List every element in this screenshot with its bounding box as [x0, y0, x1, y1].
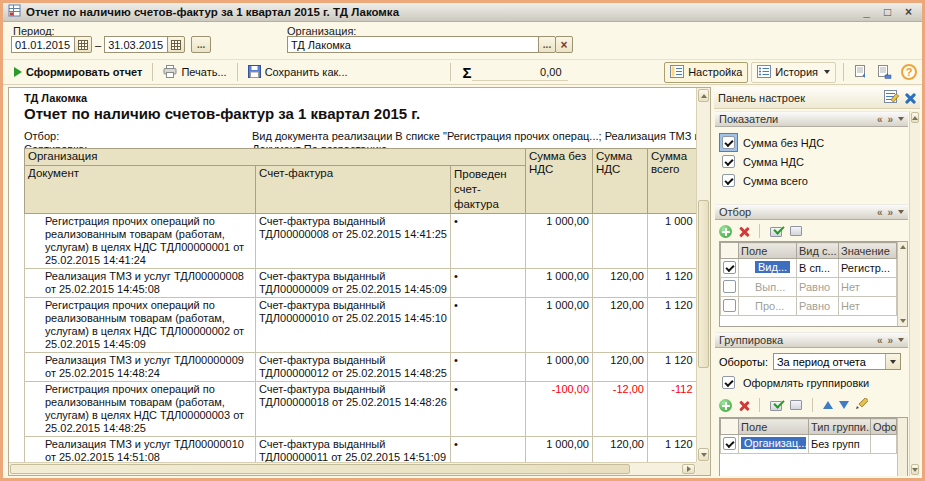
panel-properties-icon[interactable] [884, 89, 900, 107]
triangle-down-icon[interactable] [900, 319, 906, 323]
period-to-input[interactable]: 31.03.2015 [104, 36, 168, 53]
save-as-button[interactable]: Сохранить как... [242, 62, 354, 83]
period-options-button[interactable]: ... [191, 36, 211, 53]
checkbox-unchecked-icon[interactable] [723, 280, 736, 293]
print-button[interactable]: Печать... [157, 62, 232, 83]
table-row[interactable]: Регистрация прочих операций по реализова… [25, 382, 696, 437]
close-button[interactable]: × [900, 4, 917, 21]
titlebar[interactable]: Отчет по наличию счетов-фактур за 1 квар… [3, 3, 922, 22]
table-row[interactable]: Реализация ТМЗ и услуг ТДЛ00000009 от 25… [25, 353, 696, 382]
panel-close-icon[interactable] [904, 92, 916, 104]
move-up-icon[interactable] [823, 401, 833, 409]
collapse-icon[interactable]: « [877, 207, 883, 218]
cell-sum-total[interactable]: 1 120 [648, 269, 696, 298]
filter-condition-value[interactable]: Равно [797, 278, 839, 297]
report-org-line[interactable]: ТД Лакомка [24, 92, 87, 104]
autosum-button[interactable]: Σ [463, 64, 472, 81]
grid-scrollbar[interactable] [897, 242, 907, 326]
filter-condition-value[interactable]: Равно [797, 297, 839, 316]
expand-icon[interactable]: » [887, 207, 893, 218]
filter-value-value[interactable]: Нет [839, 278, 897, 297]
save-settings-button[interactable] [874, 62, 894, 82]
generate-report-button[interactable]: Сформировать отчет [8, 63, 148, 81]
filter-field-value[interactable]: Вид... [755, 261, 790, 273]
edit-icon[interactable] [855, 396, 868, 414]
grouping-type-value[interactable]: Без групп [809, 435, 871, 454]
cell-posted[interactable]: • [451, 269, 526, 298]
period-to-calendar-button[interactable] [167, 36, 185, 53]
period-from-calendar-button[interactable] [74, 36, 92, 53]
section-menu-icon[interactable] [898, 210, 904, 214]
cell-sum-total[interactable]: -112 [648, 382, 696, 437]
filter-condition-value[interactable]: В сп... [797, 259, 839, 278]
turnovers-select[interactable]: За период отчета [773, 353, 901, 370]
apply-grouping-icon[interactable] [770, 399, 784, 411]
period-from-input[interactable]: 01.01.2015 [11, 36, 75, 53]
grouping-field-value[interactable]: Организац... [741, 437, 806, 449]
checkbox-checked-icon[interactable] [722, 136, 735, 149]
cell-sum-net[interactable]: 1 000,00 [526, 353, 593, 382]
cell-document[interactable]: Регистрация прочих операций по реализова… [25, 214, 256, 269]
settings-toggle-button[interactable]: Настройка [664, 62, 748, 83]
collapse-icon[interactable]: « [877, 114, 883, 125]
panel-scrollbar[interactable] [909, 111, 920, 476]
cell-sum-vat[interactable]: 120,00 [593, 269, 648, 298]
grouping-row[interactable]: Организац... Без групп [721, 435, 897, 454]
filter-row[interactable]: Вып... Равно Нет [721, 278, 897, 297]
filter-value-value[interactable]: Нет [839, 297, 897, 316]
organization-select-button[interactable]: ... [538, 36, 556, 53]
delete-icon[interactable] [738, 400, 749, 411]
section-menu-icon[interactable] [898, 338, 904, 342]
table-row[interactable]: Регистрация прочих операций по реализова… [25, 214, 696, 269]
load-settings-button[interactable] [851, 62, 871, 82]
cell-posted[interactable]: • [451, 353, 526, 382]
indicator-item-sum-total[interactable]: Сумма всего [719, 171, 908, 190]
cell-sum-net[interactable]: 1 000,00 [526, 269, 593, 298]
scroll-down-button[interactable] [698, 448, 709, 461]
vertical-scrollbar[interactable] [696, 88, 710, 462]
scroll-right-button[interactable] [682, 464, 695, 474]
vertical-scroll-thumb[interactable] [698, 200, 709, 368]
cell-posted[interactable]: • [451, 437, 526, 463]
section-header-grouping[interactable]: Группировка « » [715, 332, 908, 348]
section-header-indicators[interactable]: Показатели « » [715, 111, 908, 127]
filter-row[interactable]: Про... Равно Нет [721, 297, 897, 316]
cell-invoice[interactable]: Счет-фактура выданный ТДЛ00000012 от 25.… [256, 353, 451, 382]
filter-field-value[interactable]: Про... [739, 297, 797, 316]
cell-sum-vat[interactable]: -12,00 [593, 382, 648, 437]
section-menu-icon[interactable] [898, 117, 904, 121]
cell-sum-total[interactable]: 1 120 [648, 437, 696, 463]
organization-input[interactable]: ТД Лакомка [287, 36, 539, 53]
checkbox-checked-icon[interactable] [722, 174, 735, 187]
filter-value-value[interactable]: Регистр... [839, 259, 897, 278]
cell-sum-net[interactable]: 1 000,00 [526, 298, 593, 353]
cell-sum-total[interactable]: 1 000 [648, 214, 696, 269]
panel-scroll-down-button[interactable] [911, 464, 919, 475]
cell-sum-vat[interactable]: 120,00 [593, 353, 648, 382]
table-row[interactable]: Регистрация прочих операций по реализова… [25, 298, 696, 353]
apply-filter-icon[interactable] [770, 225, 784, 237]
checkbox-unchecked-icon[interactable] [723, 299, 736, 312]
triangle-up-icon[interactable] [900, 245, 906, 249]
cell-sum-net[interactable]: -100,00 [526, 382, 593, 437]
horizontal-scroll-thumb[interactable] [10, 464, 630, 474]
delete-icon[interactable] [738, 226, 749, 237]
cell-document[interactable]: Реализация ТМЗ и услуг ТДЛ00000009 от 25… [25, 353, 256, 382]
disable-filter-icon[interactable] [790, 226, 802, 236]
table-row[interactable]: Реализация ТМЗ и услуг ТДЛ00000008 от 25… [25, 269, 696, 298]
expand-icon[interactable]: » [887, 335, 893, 346]
cell-posted[interactable]: • [451, 214, 526, 269]
collapse-icon[interactable]: « [877, 335, 883, 346]
cell-invoice[interactable]: Счет-фактура выданный ТДЛ00000008 от 25.… [256, 214, 451, 269]
move-down-icon[interactable] [839, 401, 849, 409]
checkbox-checked-icon[interactable] [723, 437, 736, 450]
cell-sum-total[interactable]: 1 120 [648, 353, 696, 382]
cell-sum-vat[interactable]: 120,00 [593, 437, 648, 463]
help-button[interactable]: ? [901, 64, 917, 80]
report-title[interactable]: Отчет по наличию счетов-фактур за 1 квар… [24, 105, 420, 122]
add-icon[interactable] [719, 225, 732, 238]
cell-invoice[interactable]: Счет-фактура выданный ТДЛ00000011 от 25.… [256, 437, 451, 463]
cell-invoice[interactable]: Счет-фактура выданный ТДЛ00000010 от 25.… [256, 298, 451, 353]
panel-scroll-up-button[interactable] [911, 112, 919, 123]
cell-sum-vat[interactable]: 120,00 [593, 298, 648, 353]
